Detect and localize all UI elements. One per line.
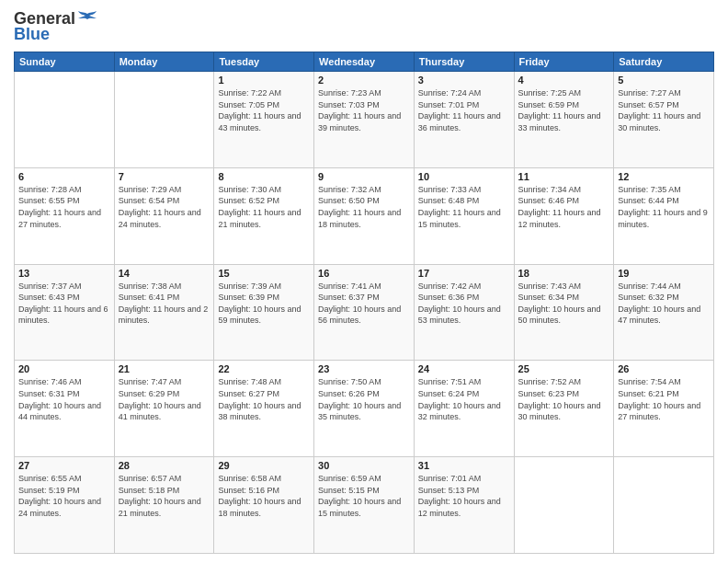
- calendar-cell: [114, 72, 214, 168]
- calendar-cell: 29Sunrise: 6:58 AMSunset: 5:16 PMDayligh…: [214, 457, 314, 554]
- day-number: 28: [119, 460, 210, 471]
- calendar-cell: 24Sunrise: 7:51 AMSunset: 6:24 PMDayligh…: [414, 361, 514, 457]
- cell-content: Sunrise: 7:25 AMSunset: 6:59 PMDaylight:…: [518, 87, 610, 133]
- cell-content: Sunrise: 6:58 AMSunset: 5:16 PMDaylight:…: [218, 473, 310, 519]
- day-number: 14: [119, 268, 210, 279]
- cell-content: Sunrise: 7:51 AMSunset: 6:24 PMDaylight:…: [418, 376, 510, 422]
- cell-content: Sunrise: 6:55 AMSunset: 5:19 PMDaylight:…: [18, 473, 110, 519]
- calendar-cell: 17Sunrise: 7:42 AMSunset: 6:36 PMDayligh…: [414, 264, 514, 361]
- calendar-cell: 2Sunrise: 7:23 AMSunset: 7:03 PMDaylight…: [314, 72, 415, 168]
- day-number: 21: [119, 363, 210, 374]
- cell-content: Sunrise: 7:54 AMSunset: 6:21 PMDaylight:…: [618, 376, 710, 422]
- cell-content: Sunrise: 7:34 AMSunset: 6:46 PMDaylight:…: [518, 184, 610, 230]
- cell-content: Sunrise: 7:46 AMSunset: 6:31 PMDaylight:…: [18, 376, 110, 422]
- day-number: 25: [518, 363, 610, 374]
- calendar-cell: 12Sunrise: 7:35 AMSunset: 6:44 PMDayligh…: [614, 167, 714, 264]
- calendar-cell: 3Sunrise: 7:24 AMSunset: 7:01 PMDaylight…: [414, 72, 514, 168]
- day-number: 12: [618, 171, 710, 182]
- header-sunday: Sunday: [15, 52, 115, 72]
- calendar-cell: 16Sunrise: 7:41 AMSunset: 6:37 PMDayligh…: [314, 264, 415, 361]
- calendar-cell: 7Sunrise: 7:29 AMSunset: 6:54 PMDaylight…: [114, 167, 214, 264]
- header-monday: Monday: [114, 52, 214, 72]
- cell-content: Sunrise: 6:59 AMSunset: 5:15 PMDaylight:…: [318, 473, 410, 519]
- cell-content: Sunrise: 7:39 AMSunset: 6:39 PMDaylight:…: [218, 281, 310, 327]
- cell-content: Sunrise: 7:48 AMSunset: 6:27 PMDaylight:…: [218, 376, 310, 422]
- day-number: 17: [418, 268, 510, 279]
- week-row-4: 27Sunrise: 6:55 AMSunset: 5:19 PMDayligh…: [15, 457, 714, 554]
- cell-content: Sunrise: 7:35 AMSunset: 6:44 PMDaylight:…: [618, 184, 710, 230]
- cell-content: Sunrise: 7:52 AMSunset: 6:23 PMDaylight:…: [518, 376, 610, 422]
- cell-content: Sunrise: 7:33 AMSunset: 6:48 PMDaylight:…: [418, 184, 510, 230]
- cell-content: Sunrise: 7:50 AMSunset: 6:26 PMDaylight:…: [318, 376, 410, 422]
- day-number: 11: [518, 171, 610, 182]
- calendar-cell: [614, 457, 714, 554]
- cell-content: Sunrise: 7:24 AMSunset: 7:01 PMDaylight:…: [418, 87, 510, 133]
- header-saturday: Saturday: [614, 52, 714, 72]
- cell-content: Sunrise: 7:37 AMSunset: 6:43 PMDaylight:…: [18, 281, 110, 327]
- day-number: 19: [618, 268, 710, 279]
- cell-content: Sunrise: 7:41 AMSunset: 6:37 PMDaylight:…: [318, 281, 410, 327]
- day-number: 7: [119, 171, 210, 182]
- calendar-cell: 25Sunrise: 7:52 AMSunset: 6:23 PMDayligh…: [514, 361, 614, 457]
- cell-content: Sunrise: 7:01 AMSunset: 5:13 PMDaylight:…: [418, 473, 510, 519]
- calendar-cell: 10Sunrise: 7:33 AMSunset: 6:48 PMDayligh…: [414, 167, 514, 264]
- cell-content: Sunrise: 7:32 AMSunset: 6:50 PMDaylight:…: [318, 184, 410, 230]
- day-number: 30: [318, 460, 410, 471]
- calendar-cell: 30Sunrise: 6:59 AMSunset: 5:15 PMDayligh…: [314, 457, 415, 554]
- logo-text-blue: Blue: [14, 25, 50, 44]
- cell-content: Sunrise: 7:23 AMSunset: 7:03 PMDaylight:…: [318, 87, 410, 133]
- calendar-cell: [514, 457, 614, 554]
- calendar-cell: 26Sunrise: 7:54 AMSunset: 6:21 PMDayligh…: [614, 361, 714, 457]
- calendar-table: SundayMondayTuesdayWednesdayThursdayFrid…: [14, 52, 714, 554]
- day-number: 8: [218, 171, 310, 182]
- calendar-cell: 6Sunrise: 7:28 AMSunset: 6:55 PMDaylight…: [15, 167, 115, 264]
- cell-content: Sunrise: 7:22 AMSunset: 7:05 PMDaylight:…: [218, 87, 310, 133]
- week-row-1: 6Sunrise: 7:28 AMSunset: 6:55 PMDaylight…: [15, 167, 714, 264]
- cell-content: Sunrise: 7:28 AMSunset: 6:55 PMDaylight:…: [18, 184, 110, 230]
- calendar-cell: 4Sunrise: 7:25 AMSunset: 6:59 PMDaylight…: [514, 72, 614, 168]
- cell-content: Sunrise: 7:30 AMSunset: 6:52 PMDaylight:…: [218, 184, 310, 230]
- cell-content: Sunrise: 7:42 AMSunset: 6:36 PMDaylight:…: [418, 281, 510, 327]
- calendar-cell: 1Sunrise: 7:22 AMSunset: 7:05 PMDaylight…: [214, 72, 314, 168]
- week-row-0: 1Sunrise: 7:22 AMSunset: 7:05 PMDaylight…: [15, 72, 714, 168]
- day-number: 18: [518, 268, 610, 279]
- calendar-cell: 31Sunrise: 7:01 AMSunset: 5:13 PMDayligh…: [414, 457, 514, 554]
- header-wednesday: Wednesday: [314, 52, 415, 72]
- day-number: 2: [318, 75, 410, 86]
- day-number: 9: [318, 171, 410, 182]
- logo: General Blue: [14, 9, 97, 44]
- calendar-cell: 20Sunrise: 7:46 AMSunset: 6:31 PMDayligh…: [15, 361, 115, 457]
- cell-content: Sunrise: 7:29 AMSunset: 6:54 PMDaylight:…: [119, 184, 210, 230]
- day-number: 23: [318, 363, 410, 374]
- day-number: 27: [18, 460, 110, 471]
- calendar-cell: [15, 72, 115, 168]
- calendar-cell: 22Sunrise: 7:48 AMSunset: 6:27 PMDayligh…: [214, 361, 314, 457]
- cell-content: Sunrise: 7:47 AMSunset: 6:29 PMDaylight:…: [119, 376, 210, 422]
- calendar-cell: 8Sunrise: 7:30 AMSunset: 6:52 PMDaylight…: [214, 167, 314, 264]
- week-row-3: 20Sunrise: 7:46 AMSunset: 6:31 PMDayligh…: [15, 361, 714, 457]
- header-tuesday: Tuesday: [214, 52, 314, 72]
- cell-content: Sunrise: 7:38 AMSunset: 6:41 PMDaylight:…: [119, 281, 210, 327]
- calendar-cell: 13Sunrise: 7:37 AMSunset: 6:43 PMDayligh…: [15, 264, 115, 361]
- calendar-cell: 5Sunrise: 7:27 AMSunset: 6:57 PMDaylight…: [614, 72, 714, 168]
- day-number: 3: [418, 75, 510, 86]
- day-number: 1: [218, 75, 310, 86]
- header: General Blue: [14, 9, 714, 44]
- day-number: 10: [418, 171, 510, 182]
- day-number: 31: [418, 460, 510, 471]
- calendar-cell: 21Sunrise: 7:47 AMSunset: 6:29 PMDayligh…: [114, 361, 214, 457]
- day-number: 22: [218, 363, 310, 374]
- day-number: 5: [618, 75, 710, 86]
- calendar-cell: 19Sunrise: 7:44 AMSunset: 6:32 PMDayligh…: [614, 264, 714, 361]
- calendar-cell: 15Sunrise: 7:39 AMSunset: 6:39 PMDayligh…: [214, 264, 314, 361]
- day-number: 24: [418, 363, 510, 374]
- day-number: 4: [518, 75, 610, 86]
- header-friday: Friday: [514, 52, 614, 72]
- calendar-cell: 18Sunrise: 7:43 AMSunset: 6:34 PMDayligh…: [514, 264, 614, 361]
- calendar-cell: 11Sunrise: 7:34 AMSunset: 6:46 PMDayligh…: [514, 167, 614, 264]
- cell-content: Sunrise: 7:44 AMSunset: 6:32 PMDaylight:…: [618, 281, 710, 327]
- day-number: 29: [218, 460, 310, 471]
- cell-content: Sunrise: 7:43 AMSunset: 6:34 PMDaylight:…: [518, 281, 610, 327]
- day-number: 6: [18, 171, 110, 182]
- day-number: 15: [218, 268, 310, 279]
